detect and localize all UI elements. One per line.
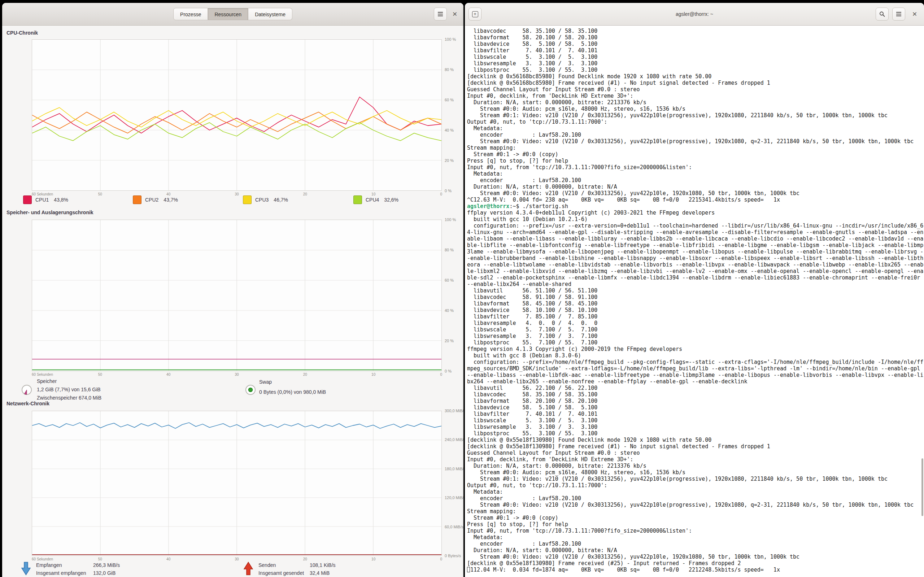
memory-y-axis: 100 %80 %60 %40 %20 %0 % <box>445 220 464 371</box>
terminal-line: Stream #0:1: Video: v210 (V210 / 0x30313… <box>467 475 924 482</box>
new-tab-button[interactable]: + <box>468 8 481 21</box>
terminal-line: configuration: --prefix=/usr --extra-ver… <box>467 222 924 229</box>
memory-chart <box>32 220 442 371</box>
terminal-line: Stream #0:0: Video: v210 (V210 / 0x30313… <box>467 501 924 508</box>
terminal-menu-button[interactable] <box>892 8 905 21</box>
terminal-title: agsler@thorrx: ~ <box>465 3 924 25</box>
menu-icon <box>896 14 901 15</box>
y-axis-label: 0 % <box>445 189 452 193</box>
cpu3-legend: CPU3 46,7% <box>243 195 288 205</box>
terminal-line: libpostproc 55. 3.100 / 55. 3.100 <box>467 430 924 437</box>
terminal-line: bx264 --enable-libx265 --enable-nonfree … <box>467 378 924 385</box>
network-section-title: Netzwerk-Chronik <box>6 401 50 406</box>
terminal-line: libswresample 3. 3.100 / 3. 3.100 <box>467 424 924 430</box>
terminal-line: eora --enable-libtwolame --enable-libvid… <box>467 261 924 268</box>
y-axis-label: 40 % <box>445 128 454 132</box>
x-axis-label: 40 <box>166 372 170 377</box>
memory-section-title: Speicher- und Auslagerungschronik <box>6 210 94 215</box>
terminal-line: libavcodec 58. 35.100 / 58. 35.100 <box>467 391 924 398</box>
terminal-line: libswscale 5. 3.100 / 5. 3.100 <box>467 54 924 60</box>
terminal-line: encoder : Lavf58.20.100 <box>467 495 924 501</box>
y-axis-label: 180,0 MiB/s <box>445 467 464 471</box>
terminal-line: able-libaom --enable-libass --enable-lib… <box>467 235 924 242</box>
new-tab-icon: + <box>472 11 478 17</box>
terminal-line: 112.04 M-V: 0.034 fd=1874 aq= 0KB vq= 0K… <box>467 567 924 573</box>
y-axis-label: 0 % <box>445 369 452 373</box>
cpu1-label: CPU1 <box>36 197 49 203</box>
terminal-line: Stream #0:0: Video: v210 (V210 / 0x30313… <box>467 190 924 197</box>
terminal-line: encoder : Lavf58.20.100 <box>467 177 924 184</box>
terminal-line: -enable-librubberband --enable-libshine … <box>467 255 924 261</box>
memory-x-axis: 60 Sekunden50403020100 <box>32 372 442 377</box>
tab-ressourcen[interactable]: Ressourcen <box>208 8 248 20</box>
monitor-close-button[interactable]: ✕ <box>448 8 461 21</box>
upload-arrow-icon <box>243 561 254 576</box>
terminal-line: libavformat 58. 20.100 / 58. 20.100 <box>467 398 924 404</box>
terminal-line: Press [q] to stop, [?] for help <box>467 521 924 528</box>
x-axis-label: 30 <box>234 192 239 196</box>
terminal-prompt: agsler@thorrx <box>467 203 509 210</box>
terminal-close-button[interactable]: ✕ <box>908 8 921 21</box>
terminal-line: libavfilter 7. 85.100 / 7. 85.100 <box>467 313 924 320</box>
senden-total-label: Insgesamt gesendet <box>258 570 304 576</box>
search-icon <box>879 11 885 17</box>
terminal-line: Input #0, nut, from 'tcp://10.73.1.11:70… <box>467 528 924 534</box>
terminal-line: [decklink @ 0x55e18f130980] Found Deckli… <box>467 437 924 443</box>
x-axis-label: 60 Sekunden <box>32 372 53 377</box>
terminal-line: Metadata: <box>467 534 924 541</box>
terminal-line: libswscale 5. 7.100 / 5. 7.100 <box>467 326 924 333</box>
y-axis-label: 80 % <box>445 68 454 72</box>
terminal-line: libavformat 58. 45.100 / 58. 45.100 <box>467 300 924 307</box>
system-monitor-titlebar[interactable]: Prozesse Ressourcen Dateisysteme ✕ <box>2 3 464 26</box>
swap-pie-icon <box>245 384 256 396</box>
terminal-scrollbar[interactable] <box>921 458 923 516</box>
x-axis-label: 0 <box>440 557 443 561</box>
tab-prozesse[interactable]: Prozesse <box>173 8 208 20</box>
terminal-line: 3lame --enable-libmysofa --enable-libope… <box>467 248 924 255</box>
y-axis-label: 40 % <box>445 308 454 313</box>
cpu4-label: CPU4 <box>366 197 379 203</box>
x-axis-label: 50 <box>98 192 102 196</box>
terminal-line: libavcodec 58. 91.100 / 58. 91.100 <box>467 294 924 300</box>
y-axis-label: 60 % <box>445 98 454 102</box>
desktop: Prozesse Ressourcen Dateisysteme ✕ CPU-C… <box>0 0 924 577</box>
terminal-line: libswresample 3. 7.100 / 3. 7.100 <box>467 333 924 339</box>
x-axis-label: 20 <box>303 372 307 377</box>
terminal-line: --enable-libx264 --enable-shared <box>467 281 924 287</box>
terminal-line: libavfilter 7. 40.101 / 7. 40.101 <box>467 411 924 417</box>
terminal-line: Input #0, decklink, from 'DeckLink HD Ex… <box>467 456 924 463</box>
monitor-menu-button[interactable] <box>434 8 447 21</box>
tab-dateisysteme[interactable]: Dateisysteme <box>248 8 292 20</box>
terminal-line: libavresample 4. 0. 0 / 4. 0. 0 <box>467 320 924 326</box>
x-axis-label: 50 <box>98 372 102 377</box>
terminal-line: mpeg_sources/BMD_SDK/include' --extra-ld… <box>467 365 924 372</box>
cpu2-legend: CPU2 43,7% <box>133 195 178 205</box>
y-axis-label: 0 Bytes/s <box>445 554 461 558</box>
terminal-line: ^C12.63 M-V: 0.004 fd= 238 aq= 0KB vq= 0… <box>467 197 924 203</box>
terminal-line: Stream #0:0: Audio: pcm_s16le, 48000 Hz,… <box>467 106 924 112</box>
terminal-line: libswscale 5. 3.100 / 5. 3.100 <box>467 417 924 424</box>
cpu2-swatch <box>133 195 142 204</box>
terminal-line: Duration: N/A, start: 0.000000, bitrate:… <box>467 547 924 554</box>
swap-legend: Swap 0 Bytes (0,0%) von 980,0 MiB <box>245 379 447 404</box>
terminal-line: libavutil 56. 22.100 / 56. 22.100 <box>467 385 924 391</box>
y-axis-label: 80 % <box>445 248 454 252</box>
terminal-line: Input #0, decklink, from 'DeckLink HD Ex… <box>467 93 924 99</box>
y-axis-label: 60 % <box>445 278 454 282</box>
network-chart <box>32 411 442 556</box>
download-arrow-icon <box>21 561 31 576</box>
x-axis-label: 30 <box>234 372 239 377</box>
cpu1-value: 43,8% <box>54 197 68 203</box>
terminal-line: libpostproc 55. 7.100 / 55. 7.100 <box>467 339 924 346</box>
x-axis-label: 10 <box>372 557 375 561</box>
terminal-line: libavformat 58. 20.100 / 58. 20.100 <box>467 34 924 41</box>
terminal-line: Stream #0:1 -> #0:0 (copy) <box>467 151 924 158</box>
terminal-line: ffmpeg version 4.1.3 Copyright (c) 2000-… <box>467 346 924 352</box>
terminal-titlebar[interactable]: agsler@thorrx: ~ + ✕ <box>465 3 924 26</box>
terminal-screen[interactable]: libavcodec 58. 35.100 / 58. 35.100 libav… <box>465 26 924 577</box>
cpu1-legend: CPU1 43,8% <box>23 195 68 205</box>
terminal-search-button[interactable] <box>876 8 888 21</box>
terminal-line: Metadata: <box>467 171 924 177</box>
terminal-cursor <box>467 567 470 572</box>
memory-legend: Speicher 1,2 GiB (7,7%) von 15,6 GiB Zwi… <box>21 378 223 403</box>
